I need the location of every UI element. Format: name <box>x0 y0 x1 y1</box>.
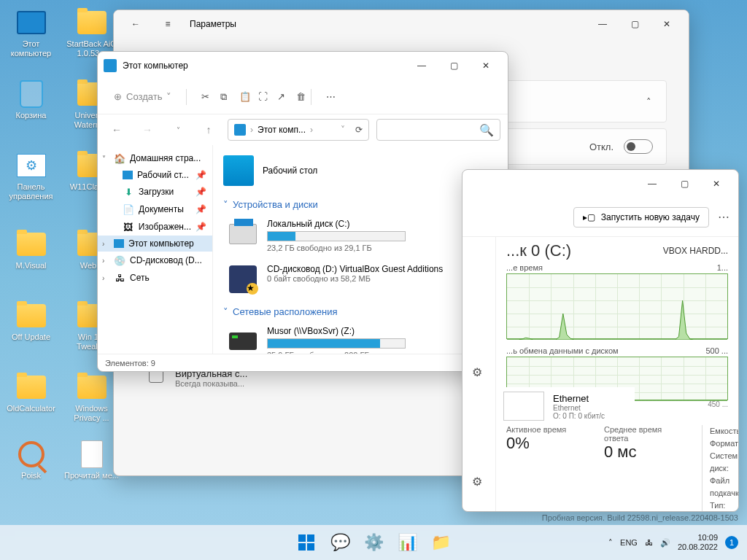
breadcrumb[interactable]: Этот комп... <box>258 125 306 135</box>
refresh-button[interactable]: ⟳ <box>355 125 363 135</box>
icon <box>16 372 47 402</box>
settings-titlebar[interactable]: ← ≡ Параметры ― ▢ ✕ <box>114 10 689 38</box>
minimize-button[interactable]: ― <box>406 55 438 77</box>
nav-downloads[interactable]: ⬇Загрузки📌 <box>98 183 212 201</box>
icon <box>16 439 47 470</box>
run-new-task-button[interactable]: ▸▢Запустить новую задачу <box>573 207 709 228</box>
nav-documents[interactable]: 📄Документы📌 <box>98 201 212 218</box>
maximize-button[interactable]: ▢ <box>619 13 651 35</box>
pc-icon <box>114 239 124 248</box>
explorer-nav-pane: ˅🏠Домашняя стра... Рабочий ст...📌 ⬇Загру… <box>98 145 213 354</box>
nav-network[interactable]: ›🖧Сеть <box>98 269 212 287</box>
taskbar-chat[interactable]: 💬 <box>325 528 355 557</box>
taskbar-clock[interactable]: 10:09 20.08.2022 <box>678 533 718 552</box>
menu-button[interactable]: ≡ <box>152 13 184 35</box>
close-button[interactable]: ✕ <box>651 13 683 35</box>
desktop-icon-offupdate[interactable]: Off Update <box>4 300 58 342</box>
icon <box>77 372 107 402</box>
chevron-right-icon: › <box>102 274 104 282</box>
close-button[interactable]: ✕ <box>700 173 732 195</box>
start-button[interactable] <box>292 528 321 557</box>
pin-icon: 📌 <box>196 204 206 214</box>
tray-chevron[interactable]: ˄ <box>608 538 613 548</box>
desktop-icon-корзина[interactable]: Корзина <box>4 79 58 120</box>
share-button[interactable]: ↗ <box>270 87 285 106</box>
cut-button[interactable]: ✂ <box>194 87 209 106</box>
back-button[interactable]: ← <box>120 13 152 35</box>
rename-button[interactable]: ⛶ <box>251 87 266 106</box>
icon <box>77 439 107 470</box>
network-icon[interactable]: 🖧 <box>645 538 653 547</box>
close-button[interactable]: ✕ <box>470 55 502 77</box>
nav-cdrom[interactable]: ›💿CD-дисковод (D... <box>98 252 212 269</box>
download-icon: ⬇ <box>123 186 134 198</box>
icon <box>77 7 107 38</box>
section-network-locations[interactable]: ˅Сетевые расположения <box>223 302 498 322</box>
search-input[interactable]: 🔍 <box>376 119 500 141</box>
ethernet-thumb-icon <box>503 392 544 421</box>
desktop-icon-mvisual[interactable]: M.Visual <box>4 229 58 271</box>
tray-language[interactable]: ENG <box>620 538 638 547</box>
home-icon: 🏠 <box>114 152 125 164</box>
new-button[interactable]: ⊕Создать˅ <box>107 87 179 106</box>
nav-home[interactable]: ˅🏠Домашняя стра... <box>98 149 212 167</box>
taskmgr-sidebar: ⚙ ⚙ <box>462 237 496 511</box>
section-devices[interactable]: ˅Устройства и диски <box>223 195 498 214</box>
taskbar-explorer[interactable]: 📁 <box>426 528 455 557</box>
desktop-icon-poisk[interactable]: Poisk <box>4 439 58 481</box>
picture-icon: 🖼 <box>123 221 134 233</box>
nav-pictures[interactable]: 🖼Изображен...📌 <box>98 218 212 236</box>
explorer-address-bar: ← → ˅ ↑ › Этот комп... › ˅ ⟳ 🔍 <box>98 114 508 145</box>
chevron-down-icon[interactable]: ˅ <box>341 125 345 135</box>
settings-icon[interactable]: ⚙ <box>472 475 487 489</box>
chevron-down-icon: ˅ <box>223 306 228 317</box>
svg-rect-3 <box>307 543 314 551</box>
volume-icon[interactable]: 🔊 <box>660 538 670 548</box>
taskbar: 💬 ⚙️ 📊 📁 ˄ ENG 🖧 🔊 10:09 20.08.2022 1 <box>0 525 747 560</box>
minimize-button[interactable]: ― <box>587 13 619 35</box>
explorer-app-icon <box>104 59 117 72</box>
toggle-switch[interactable] <box>624 139 653 154</box>
desktop-icon-панельуправл[interactable]: ⚙Панель управления <box>4 150 58 201</box>
network-drive-icon <box>228 326 258 354</box>
nav-this-pc[interactable]: ›Этот компьютер <box>98 236 212 252</box>
chevron-right-icon: › <box>310 125 313 135</box>
paste-button[interactable]: 📋 <box>232 87 247 106</box>
drive-icon <box>228 219 258 249</box>
notification-badge[interactable]: 1 <box>725 536 738 549</box>
minimize-button[interactable]: ― <box>636 173 668 195</box>
taskbar-taskmgr[interactable]: 📊 <box>392 528 422 557</box>
chevron-right-icon: › <box>250 125 253 135</box>
explorer-title: Этот компьютер <box>117 61 406 71</box>
more-button[interactable]: ⋯ <box>718 210 729 224</box>
delete-button[interactable]: 🗑 <box>289 87 303 106</box>
copy-button[interactable]: ⧉ <box>213 87 228 107</box>
desktop-icon-windowspriva[interactable]: Windows Privacy ... <box>64 372 119 423</box>
nav-recent-dropdown[interactable]: ˅ <box>166 126 190 134</box>
explorer-toolbar: ⊕Создать˅ ✂ ⧉ 📋 ⛶ ↗ 🗑 ⋯ <box>98 79 508 114</box>
nav-back-button[interactable]: ← <box>105 124 128 136</box>
nav-up-button[interactable]: ↑ <box>197 124 220 136</box>
more-button[interactable]: ⋯ <box>319 87 333 106</box>
ethernet-card[interactable]: Ethernet Ethernet О: 0 П: 0 кбит/с <box>503 387 635 425</box>
drive-d[interactable]: ★ CD-дисковод (D:) VirtualBox Guest Addi… <box>223 260 498 302</box>
settings-icon[interactable]: ⚙ <box>472 365 487 380</box>
desktop-icon-прочитайме[interactable]: Прочитай ме... <box>64 439 119 481</box>
icon <box>16 79 47 109</box>
svg-rect-1 <box>307 534 314 542</box>
explorer-titlebar[interactable]: Этот компьютер ― ▢ ✕ <box>98 52 508 79</box>
folder-desktop[interactable]: Рабочий стол <box>223 152 498 195</box>
nav-forward-button[interactable]: → <box>136 124 159 136</box>
desktop-icon-oldcalculato[interactable]: OldCalculator <box>4 372 58 413</box>
settings-title: Параметры <box>184 19 587 29</box>
maximize-button[interactable]: ▢ <box>438 55 470 77</box>
maximize-button[interactable]: ▢ <box>668 173 700 195</box>
nav-desktop[interactable]: Рабочий ст...📌 <box>98 167 212 183</box>
drive-c[interactable]: Локальный диск (C:) 23,2 ГБ свободно из … <box>223 214 498 260</box>
taskmgr-titlebar[interactable]: ― ▢ ✕ <box>462 170 738 198</box>
taskbar-settings[interactable]: ⚙️ <box>359 528 388 557</box>
drive-z[interactable]: Musor (\\VBoxSvr) (Z:) 35,9 ГБ свободно … <box>223 322 498 354</box>
desktop-icon-этоткомпьюте[interactable]: Этот компьютер <box>4 7 58 58</box>
address-field[interactable]: › Этот комп... › ˅ ⟳ <box>228 119 369 141</box>
explorer-window: Этот компьютер ― ▢ ✕ ⊕Создать˅ ✂ ⧉ 📋 ⛶ ↗… <box>97 51 508 372</box>
